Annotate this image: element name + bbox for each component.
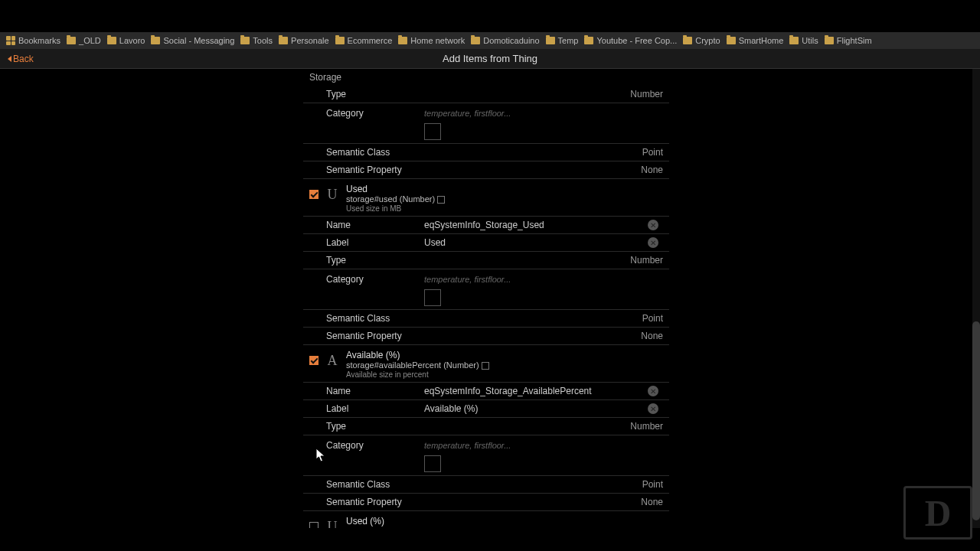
bookmark-item[interactable]: SmartHome [727, 36, 784, 45]
field-label[interactable]: LabelUsed✕ [303, 234, 669, 252]
field-category[interactable]: Category temperature, firstfloor... [303, 103, 669, 144]
bookmark-label: Tools [253, 36, 273, 45]
category-picker[interactable] [424, 455, 441, 472]
bookmark-item[interactable]: Social - Messaging [151, 36, 234, 45]
name-label: Name [309, 386, 424, 396]
channel-row[interactable]: UUsed (%)storage#usedPercent (Number)Use… [303, 511, 669, 528]
bookmark-item[interactable]: Personale [279, 36, 329, 45]
type-label: Type [309, 255, 424, 266]
bookmark-item[interactable]: Lavoro [107, 36, 145, 45]
folder-icon [683, 37, 692, 44]
clear-icon[interactable]: ✕ [648, 386, 658, 396]
bookmark-item[interactable]: Domoticaduino [471, 36, 539, 45]
channel-text: Available (%)storage#availablePercent (N… [346, 350, 663, 379]
field-category[interactable]: Categorytemperature, firstfloor... [303, 269, 669, 310]
label-input[interactable]: Available (%) [424, 403, 648, 414]
bookmark-item[interactable]: _OLD [67, 36, 101, 45]
folder-icon [789, 37, 799, 44]
type-value: Number [424, 255, 663, 266]
semantic-class-label: Semantic Class [309, 479, 424, 490]
channel-description: Used size in MB [346, 204, 663, 213]
copy-icon[interactable] [482, 362, 489, 370]
semantic-class-value: Point [424, 479, 663, 490]
bookmark-label: Ecommerce [348, 36, 393, 45]
channel-checkbox[interactable] [309, 356, 318, 365]
type-label: Type [309, 421, 424, 432]
field-name[interactable]: NameeqSystemInfo_Storage_AvailablePercen… [303, 383, 669, 400]
folder-icon [471, 37, 480, 44]
semantic-property-value: None [424, 331, 663, 341]
type-value: Number [424, 421, 663, 432]
channel-letter-icon: A [325, 353, 340, 368]
back-button[interactable]: Back [8, 54, 34, 64]
bookmark-item[interactable]: Home network [398, 36, 465, 45]
semantic-class-label: Semantic Class [309, 147, 424, 158]
field-semantic-property[interactable]: Semantic PropertyNone [303, 328, 669, 345]
scrollbar-thumb[interactable] [972, 321, 980, 520]
channel-title: Used [346, 184, 663, 194]
field-semantic-class[interactable]: Semantic Class Point [303, 144, 669, 161]
apps-grid-icon [6, 36, 15, 45]
name-input[interactable]: eqSystemInfo_Storage_AvailablePercent [424, 386, 648, 396]
bookmark-label: Lavoro [119, 36, 145, 45]
channel-row[interactable]: AAvailable (%)storage#availablePercent (… [303, 345, 669, 383]
field-semantic-property[interactable]: Semantic Property None [303, 161, 669, 179]
channel-text: Usedstorage#used (Number)Used size in MB [346, 184, 663, 213]
folder-icon [335, 37, 345, 44]
category-label: Category [309, 108, 424, 119]
category-placeholder: temperature, firstfloor... [424, 109, 511, 118]
header-bar: Back Add Items from Thing [0, 49, 980, 69]
category-picker[interactable] [424, 289, 441, 306]
channel-id: storage#usedPercent (Number) [346, 527, 663, 528]
channel-checkbox[interactable] [309, 190, 318, 199]
bookmark-item[interactable]: Temp [546, 36, 579, 45]
field-label[interactable]: LabelAvailable (%)✕ [303, 400, 669, 418]
bookmark-label: Personale [291, 36, 329, 45]
bookmark-item[interactable]: Ecommerce [335, 36, 393, 45]
folder-icon [398, 37, 407, 44]
channel-letter-icon: U [325, 519, 340, 528]
field-type[interactable]: TypeNumber [303, 252, 669, 269]
name-label: Name [309, 220, 424, 230]
field-semantic-class[interactable]: Semantic ClassPoint [303, 476, 669, 494]
channel-id: storage#availablePercent (Number) [346, 360, 663, 370]
folder-icon [546, 37, 555, 44]
bookmark-item[interactable]: Utils [789, 36, 818, 45]
channel-checkbox[interactable] [309, 522, 318, 528]
field-semantic-class[interactable]: Semantic ClassPoint [303, 310, 669, 328]
bookmark-item[interactable]: Bookmarks [6, 36, 60, 45]
category-label: Category [309, 440, 424, 451]
semantic-property-label: Semantic Property [309, 497, 424, 507]
channel-title: Used (%) [346, 516, 663, 527]
semantic-property-label: Semantic Property [309, 331, 424, 341]
copy-icon[interactable] [437, 196, 445, 204]
label-input[interactable]: Used [424, 237, 648, 248]
type-value: Number [424, 89, 663, 99]
bookmark-item[interactable]: Youtube - Free Cop... [584, 36, 677, 45]
field-category[interactable]: Categorytemperature, firstfloor... [303, 435, 669, 476]
watermark-letter: D [925, 492, 952, 534]
category-picker[interactable] [424, 123, 441, 140]
name-input[interactable]: eqSystemInfo_Storage_Used [424, 220, 648, 230]
clear-icon[interactable]: ✕ [648, 237, 658, 248]
label-label: Label [309, 403, 424, 414]
section-header-storage: Storage [303, 69, 669, 86]
field-type[interactable]: TypeNumber [303, 418, 669, 435]
clear-icon[interactable]: ✕ [648, 403, 658, 414]
field-semantic-property[interactable]: Semantic PropertyNone [303, 494, 669, 511]
field-type[interactable]: Type Number [303, 86, 669, 103]
channel-row[interactable]: UUsedstorage#used (Number)Used size in M… [303, 179, 669, 217]
bookmark-item[interactable]: FlightSim [825, 36, 872, 45]
bookmark-label: Domoticaduino [483, 36, 539, 45]
folder-icon [240, 37, 250, 44]
folder-icon [584, 37, 593, 44]
bookmark-item[interactable]: Tools [240, 36, 273, 45]
scrollbar-track[interactable] [972, 69, 980, 528]
field-name[interactable]: NameeqSystemInfo_Storage_Used✕ [303, 217, 669, 234]
semantic-property-label: Semantic Property [309, 165, 424, 175]
clear-icon[interactable]: ✕ [648, 220, 658, 230]
channel-text: Used (%)storage#usedPercent (Number)Used… [346, 516, 663, 528]
back-label: Back [13, 54, 34, 64]
bookmark-label: Crypto [695, 36, 720, 45]
bookmark-item[interactable]: Crypto [683, 36, 720, 45]
